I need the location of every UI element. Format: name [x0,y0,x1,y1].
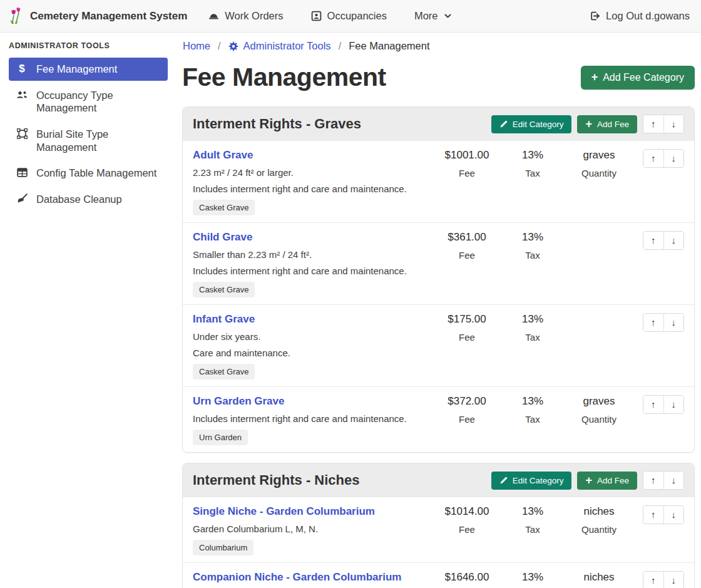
move-fee-down-button[interactable]: ↓ [663,396,684,413]
fee-reorder-group: ↑ ↓ [643,313,684,332]
move-fee-up-button[interactable]: ↑ [643,396,663,413]
people-icon [16,90,28,100]
breadcrumb-home-link[interactable]: Home [183,40,210,52]
fee-type-badge: Columbarium [193,540,253,555]
fee-amount: $1646.00 [432,571,501,584]
move-fee-down-button[interactable]: ↓ [663,314,684,331]
fee-amount-col: $372.00 Fee [432,395,501,425]
fee-amount: $372.00 [432,395,501,408]
move-category-up-button[interactable]: ↑ [643,472,663,489]
fee-name-link[interactable]: Single Niche - Garden Columbarium [193,505,375,518]
top-navbar: Cemetery Management System Work Orders O… [0,0,701,33]
move-fee-up-button[interactable]: ↑ [643,150,663,167]
category-header: Interment Rights - Niches Edit Category … [183,463,694,497]
tax-col: 13% Tax [501,313,564,343]
fee-row: Urn Garden Grave Includes interment righ… [183,386,694,452]
tax-label: Tax [501,524,564,535]
fee-description: Includes interment right and care and ma… [193,183,432,194]
fee-description: Includes interment right and care and ma… [193,413,432,424]
nav-menu: Work Orders Occupancies More [208,10,451,22]
nav-work-orders[interactable]: Work Orders [208,10,283,22]
fee-amount: $1014.00 [432,505,501,518]
quantity-col: graves Quantity [564,149,634,178]
edit-category-button[interactable]: Edit Category [491,115,572,133]
table-icon [16,167,28,178]
add-fee-button[interactable]: + Add Fee [577,472,637,490]
fee-name-link[interactable]: Companion Niche - Garden Columbarium [193,571,401,584]
fee-reorder-group: ↑ ↓ [643,395,684,414]
fee-label: Fee [432,168,501,178]
fee-row: Child Grave Smaller than 2.23 m² / 24 ft… [183,222,694,304]
main-content: Home / Administrator To [175,33,701,588]
sidebar-item-config-table-management[interactable]: Config Table Management [9,162,168,185]
edit-category-button[interactable]: Edit Category [491,472,572,490]
tax-col: 13% Tax [501,149,564,178]
tax-col: 13% Tax [501,505,564,535]
breadcrumb-current: Fee Management [349,40,429,52]
nav-more[interactable]: More [414,10,452,22]
sidebar-item-database-cleanup[interactable]: Database Cleanup [9,188,168,211]
quantity-col: niches Quantity [564,505,634,535]
occupancy-badge-icon [311,11,322,21]
add-fee-button[interactable]: + Add Fee [577,115,637,133]
fee-amount-col: $361.00 Fee [432,231,501,260]
nav-occupancies[interactable]: Occupancies [311,10,387,22]
fee-row: Companion Niche - Garden Columbarium Gar… [183,562,694,588]
add-fee-category-button[interactable]: + Add Fee Category [581,66,695,90]
category-title: Interment Rights - Graves [193,116,361,132]
fee-name-link[interactable]: Infant Grave [193,313,255,326]
move-fee-down-button[interactable]: ↓ [663,150,684,167]
fee-amount: $1001.00 [432,149,501,162]
pencil-icon [499,477,508,485]
sidebar-item-occupancy-type-management[interactable]: Occupancy Type Management [9,84,168,120]
breadcrumb: Home / Administrator To [183,40,695,52]
fee-reorder-group: ↑ ↓ [643,505,684,524]
fee-label: Fee [432,250,501,260]
fee-reorder-group: ↑ ↓ [643,231,684,250]
move-fee-down-button[interactable]: ↓ [663,232,684,249]
broom-icon [16,193,28,204]
logout-icon [590,11,600,21]
fee-description: Garden Columbarium L, M, N. [193,524,432,534]
move-fee-down-button[interactable]: ↓ [663,506,684,524]
move-fee-up-button[interactable]: ↑ [643,232,663,249]
category-title: Interment Rights - Niches [193,472,359,488]
categories: Interment Rights - Graves Edit Category … [182,106,695,588]
quantity-col: graves Quantity [564,395,634,425]
logout-button[interactable]: Log Out d.gowans [590,10,690,22]
fee-reorder-group: ↑ ↓ [643,571,684,588]
quantity-col: niches Quantity [564,571,634,588]
move-fee-down-button[interactable]: ↓ [663,572,684,588]
tax-value: 13% [501,313,564,326]
tax-label: Tax [501,414,564,425]
move-fee-up-button[interactable]: ↑ [643,314,663,331]
tax-col: 13% Tax [501,395,564,425]
fee-amount-col: $175.00 Fee [432,313,501,343]
fee-category-card: Interment Rights - Niches Edit Category … [182,463,695,588]
move-category-down-button[interactable]: ↓ [663,115,684,133]
move-fee-up-button[interactable]: ↑ [643,572,663,588]
sidebar-item-burial-site-type-management[interactable]: Burial Site Type Management [9,123,168,158]
sidebar-item-fee-management[interactable]: $ Fee Management [9,58,168,81]
fee-name-link[interactable]: Urn Garden Grave [193,395,284,408]
move-fee-up-button[interactable]: ↑ [643,506,663,524]
fee-label: Fee [432,524,501,535]
breadcrumb-separator: / [218,40,221,52]
category-reorder-group: ↑ ↓ [643,115,684,133]
fee-row: Single Niche - Garden Columbarium Garden… [183,497,694,562]
fee-name-link[interactable]: Child Grave [193,231,252,244]
quantity-label: Quantity [564,168,634,178]
tax-label: Tax [501,250,564,260]
quantity-unit: graves [564,395,634,408]
move-category-up-button[interactable]: ↑ [643,115,663,133]
fee-label: Fee [432,332,501,343]
fee-category-card: Interment Rights - Graves Edit Category … [182,106,695,453]
move-category-down-button[interactable]: ↓ [663,472,684,489]
breadcrumb-separator: / [339,40,342,52]
quantity-label: Quantity [564,524,634,535]
fee-amount-col: $1014.00 Fee [432,505,501,535]
breadcrumb-admin-tools-link[interactable]: Administrator Tools [228,40,331,52]
fee-amount-col: $1646.00 Fee [432,571,501,588]
fee-name-link[interactable]: Adult Grave [193,149,253,162]
sidebar: ADMINISTRATOR TOOLS $ Fee Management Occ… [0,33,175,214]
